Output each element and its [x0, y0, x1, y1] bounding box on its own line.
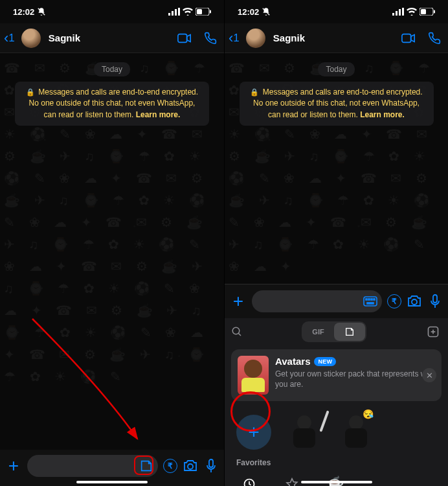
tab-sticker[interactable] — [334, 323, 365, 341]
back-count: 1 — [233, 32, 239, 45]
svg-rect-7 — [210, 10, 211, 14]
payment-button[interactable]: ₹ — [387, 294, 401, 308]
chat-header: ‹ 1 Sagnik — [0, 23, 224, 53]
mic-button[interactable] — [427, 294, 443, 309]
status-time: 12:02 — [238, 7, 259, 17]
svg-rect-6 — [197, 9, 202, 14]
camera-button[interactable] — [183, 458, 198, 474]
drawer-tabs: GIF — [225, 318, 448, 345]
chat-body[interactable]: ☎ ✉ ⚙ ☕ ✈ ♫ ⌚ ☂ ✿ ☀ ⚽ ✎ ❀ ☁ ✦ ☎ ✉ ⚙ ☕ ✈ … — [0, 53, 224, 486]
payment-button[interactable]: ₹ — [163, 459, 177, 473]
home-indicator[interactable] — [76, 481, 148, 483]
dismiss-avatars-card[interactable]: ✕ — [422, 368, 436, 382]
avatars-subtitle: Get your own sticker pack that represent… — [275, 369, 435, 389]
status-bar: 12:02 — [0, 0, 224, 23]
contact-avatar[interactable] — [21, 29, 41, 48]
svg-rect-13 — [396, 11, 398, 16]
svg-rect-8 — [178, 34, 187, 42]
home-indicator[interactable] — [301, 481, 372, 483]
sticker-search-button[interactable] — [231, 326, 243, 338]
svg-rect-15 — [402, 8, 404, 16]
back-count: 1 — [8, 32, 14, 45]
svg-line-29 — [238, 333, 241, 336]
svg-rect-23 — [371, 299, 372, 300]
chevron-left-icon: ‹ — [229, 31, 233, 45]
svg-rect-20 — [364, 297, 377, 306]
back-button[interactable]: ‹ 1 — [229, 31, 240, 45]
message-input[interactable] — [252, 290, 382, 312]
svg-point-28 — [232, 327, 240, 334]
favorites-category-icon[interactable] — [279, 471, 305, 486]
date-chip: Today — [94, 62, 130, 76]
voice-call-button[interactable] — [427, 31, 442, 45]
chevron-left-icon: ‹ — [4, 31, 8, 45]
video-call-button[interactable] — [177, 31, 192, 45]
wifi-icon — [407, 8, 417, 16]
lock-icon: 🔒 — [26, 88, 35, 96]
svg-rect-21 — [366, 299, 367, 300]
avatars-promo-card[interactable]: Avatars NEW Get your own sticker pack th… — [231, 349, 442, 401]
mic-button[interactable] — [203, 458, 219, 474]
recent-category-icon[interactable] — [236, 471, 262, 486]
date-chip: Today — [318, 62, 354, 76]
keyboard-button[interactable] — [363, 294, 378, 309]
sticker-category-row: ☕ — [225, 470, 448, 486]
back-button[interactable]: ‹ 1 — [4, 31, 15, 45]
message-input[interactable] — [27, 455, 158, 477]
svg-rect-10 — [209, 459, 213, 467]
encryption-notice[interactable]: 🔒 Messages and calls are end-to-end encr… — [15, 82, 209, 126]
video-call-button[interactable] — [401, 31, 416, 45]
contact-avatar[interactable] — [246, 29, 265, 48]
media-type-segmented: GIF — [302, 321, 366, 342]
battery-icon — [196, 8, 211, 16]
phone-right: 12:02 ‹ 1 Sagnik — [224, 0, 448, 486]
sticker-item[interactable]: 😪 — [340, 411, 375, 453]
sticker-pack-cuppy[interactable]: ☕ — [322, 471, 348, 486]
contact-name[interactable]: Sagnik — [49, 32, 174, 43]
attach-button[interactable]: + — [5, 456, 22, 476]
svg-rect-24 — [374, 299, 375, 300]
create-sticker-button[interactable]: + — [236, 415, 271, 450]
annotation-arrow — [26, 312, 155, 455]
svg-point-9 — [188, 464, 193, 469]
chat-header: ‹ 1 Sagnik — [225, 23, 448, 53]
sticker-drawer: + ₹ GIF — [225, 284, 448, 486]
svg-rect-19 — [402, 34, 411, 42]
battery-icon — [420, 8, 435, 16]
svg-rect-14 — [399, 9, 401, 16]
svg-rect-27 — [433, 295, 437, 303]
new-badge: NEW — [314, 357, 336, 366]
attach-button[interactable]: + — [230, 291, 247, 312]
favorites-label: Favorites — [225, 456, 448, 470]
voice-call-button[interactable] — [203, 31, 218, 45]
sticker-store-button[interactable] — [425, 323, 442, 340]
bell-off-icon — [262, 7, 271, 16]
svg-point-26 — [412, 299, 417, 305]
svg-rect-22 — [368, 299, 370, 300]
recent-stickers-row: + 😪 — [225, 405, 448, 456]
signal-icon — [168, 8, 180, 16]
svg-rect-3 — [175, 9, 177, 16]
wifi-icon — [183, 8, 193, 16]
svg-rect-17 — [421, 9, 426, 14]
svg-rect-2 — [172, 11, 174, 16]
tab-gif[interactable]: GIF — [303, 323, 334, 341]
svg-rect-1 — [168, 13, 170, 16]
avatars-promo-image — [238, 356, 269, 395]
message-input-bar: + ₹ — [225, 284, 448, 318]
contact-name[interactable]: Sagnik — [273, 32, 398, 43]
encryption-notice[interactable]: 🔒 Messages and calls are end-to-end encr… — [240, 82, 434, 126]
camera-button[interactable] — [407, 294, 422, 309]
sticker-button[interactable] — [139, 458, 154, 474]
learn-more-link[interactable]: Learn more. — [360, 110, 405, 119]
svg-rect-18 — [434, 10, 435, 14]
sticker-item[interactable] — [288, 411, 323, 453]
svg-rect-12 — [392, 13, 394, 16]
status-bar: 12:02 — [225, 0, 448, 23]
signal-icon — [392, 8, 404, 16]
lock-icon: 🔒 — [250, 88, 259, 96]
svg-rect-25 — [367, 303, 374, 304]
learn-more-link[interactable]: Learn more. — [136, 110, 181, 119]
status-time: 12:02 — [13, 7, 34, 17]
avatars-title: Avatars — [275, 356, 310, 367]
